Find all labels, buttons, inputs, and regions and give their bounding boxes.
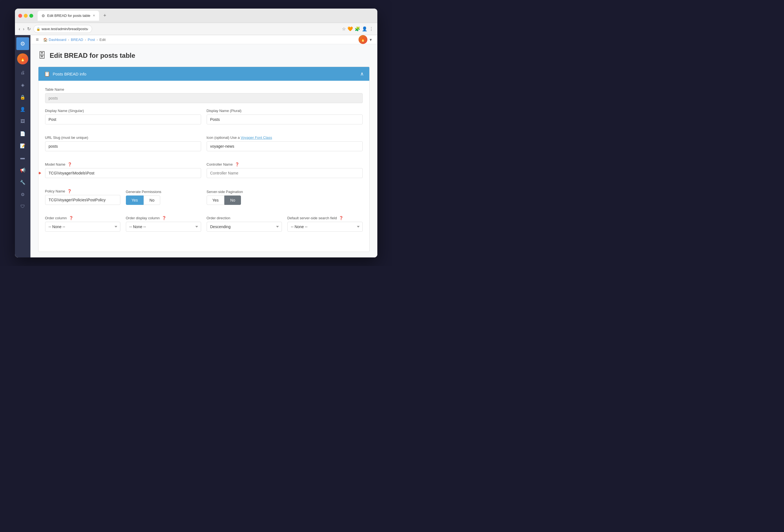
profile-icon[interactable]: 👤 bbox=[362, 26, 367, 31]
forward-button[interactable]: › bbox=[23, 27, 24, 31]
display-plural-input[interactable] bbox=[207, 115, 363, 124]
order-column-label: Order column ❓ bbox=[45, 216, 120, 220]
extensions-icon[interactable]: 🧩 bbox=[355, 26, 360, 31]
breadcrumb-sep-2: › bbox=[85, 38, 86, 42]
default-search-help-icon[interactable]: ❓ bbox=[339, 216, 343, 220]
star-icon[interactable]: ☆ bbox=[342, 26, 346, 31]
panel-body: Table Name Display Name (Singular) Displ… bbox=[38, 81, 369, 252]
breadcrumb-sep-3: › bbox=[96, 38, 97, 42]
display-name-row: Display Name (Singular) Display Name (Pl… bbox=[45, 109, 363, 130]
generate-permissions-yes[interactable]: Yes bbox=[126, 196, 144, 205]
order-direction-label: Order direction bbox=[207, 216, 282, 220]
page-header-icon: 🗄 bbox=[38, 51, 46, 60]
voyager-font-class-link[interactable]: Voyager Font Class bbox=[241, 136, 272, 140]
panel-collapse-icon[interactable]: ∧ bbox=[360, 71, 364, 77]
policy-name-help-icon[interactable]: ❓ bbox=[67, 189, 72, 193]
order-direction-select[interactable]: Descending bbox=[207, 222, 282, 232]
sidebar-item-config[interactable]: ⚙ bbox=[17, 189, 29, 200]
maximize-button[interactable] bbox=[29, 14, 33, 18]
policy-name-label: Policy Name ❓ bbox=[45, 189, 120, 193]
display-singular-input[interactable] bbox=[45, 115, 201, 124]
breadcrumb-dashboard-link[interactable]: 🏠 Dashboard bbox=[43, 38, 66, 42]
url-input[interactable] bbox=[33, 25, 92, 33]
new-tab-button[interactable]: + bbox=[101, 11, 109, 20]
sidebar-item-shield[interactable]: 🛡 bbox=[17, 201, 29, 212]
content-area: ≡ 🏠 Dashboard › BREAD › Post › Edit bbox=[30, 35, 377, 258]
model-name-input[interactable] bbox=[45, 168, 201, 178]
panel-header: 📋 Posts BREAD info ∧ bbox=[38, 67, 369, 81]
table-name-group: Table Name bbox=[45, 87, 363, 103]
default-search-group: Default server-side search field ❓ -- No… bbox=[287, 216, 363, 232]
order-direction-group: Order direction Descending bbox=[207, 216, 282, 232]
controller-name-input[interactable] bbox=[207, 168, 363, 178]
server-side-pagination-btngroup: Yes No bbox=[207, 196, 282, 205]
icon-label: Icon (optional) Use a Voyager Font Class bbox=[207, 136, 363, 140]
close-button[interactable] bbox=[18, 14, 22, 18]
display-plural-group: Display Name (Plural) bbox=[207, 109, 363, 124]
display-plural-label: Display Name (Plural) bbox=[207, 109, 363, 113]
url-slug-label: URL Slug (must be unique) bbox=[45, 136, 201, 140]
server-side-pagination-group: Server-side Pagination Yes No bbox=[207, 190, 282, 205]
sidebar-item-widgets[interactable]: ▬ bbox=[17, 152, 29, 164]
sidebar-item-lock[interactable]: 🔒 bbox=[17, 91, 29, 102]
model-name-wrapper bbox=[45, 168, 201, 178]
dashboard-icon: 🏠 bbox=[43, 38, 48, 42]
top-nav: ≡ 🏠 Dashboard › BREAD › Post › Edit bbox=[30, 35, 377, 44]
order-column-help-icon[interactable]: ❓ bbox=[69, 216, 73, 220]
menu-icon[interactable]: ⋮ bbox=[369, 26, 373, 31]
sidebar-item-pages[interactable]: 📄 bbox=[17, 128, 29, 139]
server-side-no[interactable]: No bbox=[224, 196, 241, 205]
url-slug-group: URL Slug (must be unique) bbox=[45, 136, 201, 151]
traffic-lights bbox=[18, 14, 33, 18]
sidebar-item-tools[interactable]: 🔧 bbox=[17, 177, 29, 188]
order-display-column-select[interactable]: -- None -- bbox=[126, 222, 201, 232]
order-display-help-icon[interactable]: ❓ bbox=[162, 216, 166, 220]
sidebar-item-database[interactable]: ◈ bbox=[17, 79, 29, 90]
sidebar: ⚙ 🔥 🖨 ◈ 🔒 👤 🖼 📄 📝 ▬ 📢 🔧 ⚙ 🛡 bbox=[15, 35, 30, 258]
reload-button[interactable]: ↻ bbox=[27, 26, 31, 31]
sidebar-logo[interactable]: ⚙ bbox=[16, 37, 29, 50]
generate-permissions-btngroup: Yes No bbox=[126, 196, 201, 205]
generate-permissions-group: Generate Permissions Yes No bbox=[126, 190, 201, 205]
user-dropdown-icon[interactable]: ▾ bbox=[370, 37, 372, 42]
order-column-group: Order column ❓ -- None -- bbox=[45, 216, 120, 232]
user-avatar-top[interactable]: 🔥 bbox=[359, 35, 367, 44]
default-search-select[interactable]: -- None -- bbox=[287, 222, 363, 232]
sidebar-item-notifications[interactable]: 📢 bbox=[17, 165, 29, 176]
hamburger-icon[interactable]: ≡ bbox=[36, 37, 39, 42]
back-button[interactable]: ‹ bbox=[19, 27, 20, 31]
url-slug-input[interactable] bbox=[45, 141, 201, 151]
emoji-icon[interactable]: 🧡 bbox=[347, 26, 353, 31]
server-side-pagination-label: Server-side Pagination bbox=[207, 190, 282, 194]
page-title: Edit BREAD for posts table bbox=[50, 52, 135, 59]
sidebar-item-print[interactable]: 🖨 bbox=[17, 67, 29, 78]
address-bar-actions: ☆ 🧡 🧩 👤 ⋮ bbox=[342, 26, 373, 31]
policy-name-input[interactable] bbox=[45, 195, 120, 205]
order-column-select[interactable]: -- None -- bbox=[45, 222, 120, 232]
model-name-help-icon[interactable]: ❓ bbox=[67, 162, 72, 167]
generate-permissions-label: Generate Permissions bbox=[126, 190, 201, 194]
breadcrumb: 🏠 Dashboard › BREAD › Post › Edit bbox=[43, 38, 106, 42]
minimize-button[interactable] bbox=[24, 14, 28, 18]
sidebar-item-posts[interactable]: 📝 bbox=[17, 140, 29, 151]
tab-icon: ⚙ bbox=[41, 13, 45, 18]
sidebar-item-media[interactable]: 🖼 bbox=[17, 116, 29, 127]
sidebar-avatar[interactable]: 🔥 bbox=[17, 53, 28, 64]
server-side-yes[interactable]: Yes bbox=[207, 196, 225, 205]
order-display-column-group: Order display column ❓ -- None -- bbox=[126, 216, 201, 232]
breadcrumb-bread-link[interactable]: BREAD bbox=[71, 38, 83, 42]
arrow-annotation bbox=[38, 173, 39, 173]
tab-close-icon[interactable]: ✕ bbox=[93, 14, 95, 18]
generate-permissions-no[interactable]: No bbox=[144, 196, 160, 205]
lock-icon: 🔒 bbox=[36, 27, 40, 31]
breadcrumb-post-link[interactable]: Post bbox=[88, 38, 95, 42]
policy-name-group: Policy Name ❓ bbox=[45, 189, 120, 205]
address-bar: ‹ › ↻ 🔒 ☆ 🧡 🧩 👤 ⋮ bbox=[15, 23, 377, 35]
active-tab[interactable]: ⚙ Edit BREAD for posts table ✕ bbox=[38, 11, 99, 21]
table-name-input[interactable] bbox=[45, 93, 363, 103]
order-row: Order column ❓ -- None -- Order display … bbox=[45, 216, 363, 237]
icon-input[interactable] bbox=[207, 141, 363, 151]
controller-name-help-icon[interactable]: ❓ bbox=[235, 162, 239, 167]
sidebar-item-user[interactable]: 👤 bbox=[17, 104, 29, 115]
model-name-label: Model Name ❓ bbox=[45, 162, 201, 167]
